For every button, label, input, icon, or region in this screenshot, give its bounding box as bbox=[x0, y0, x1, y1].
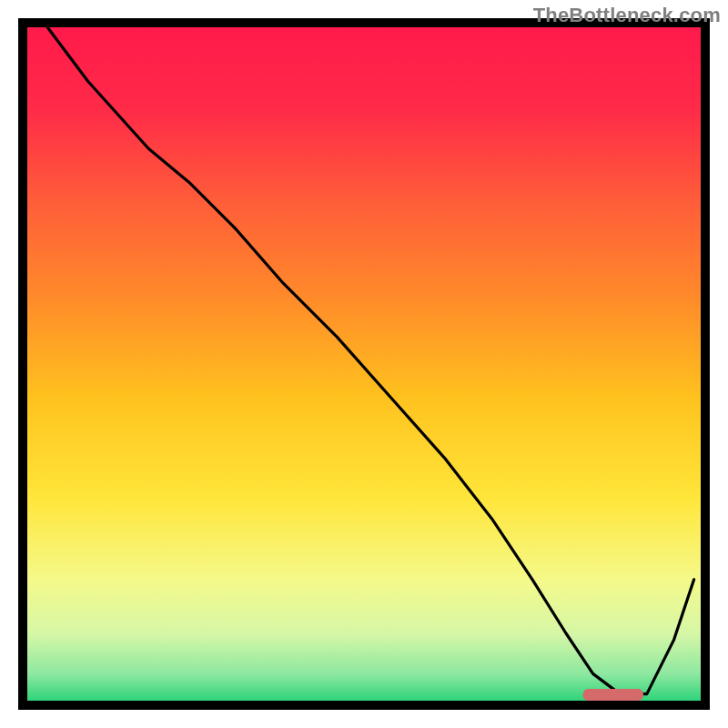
chart-canvas: TheBottleneck.com bbox=[0, 0, 728, 728]
gradient-background bbox=[27, 27, 701, 701]
optimal-range-marker bbox=[583, 689, 644, 701]
chart-svg bbox=[0, 0, 728, 728]
plot-area bbox=[23, 23, 705, 705]
watermark-text: TheBottleneck.com bbox=[533, 4, 721, 27]
